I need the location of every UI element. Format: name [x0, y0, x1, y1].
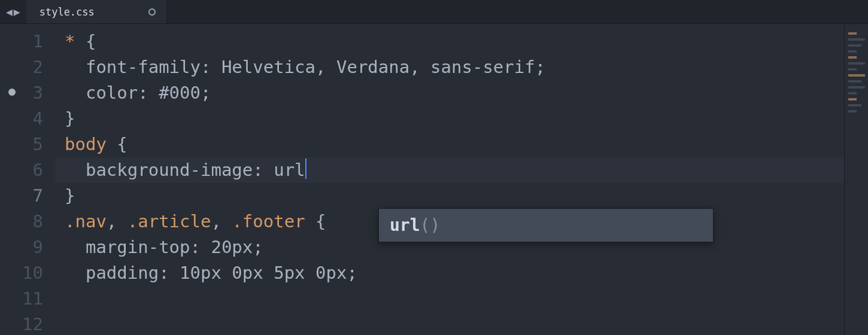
tab-bar: ◀ ▶ style.css	[0, 0, 868, 24]
code-line[interactable]: body {	[55, 132, 844, 157]
minimap-line	[848, 104, 861, 106]
code-token: font-family	[65, 57, 201, 77]
minimap-line	[848, 98, 857, 100]
gutter: 123456789101112	[0, 24, 55, 335]
minimap-line	[848, 110, 857, 112]
code-line[interactable]: font-family: Helvetica, Verdana, sans-se…	[55, 54, 844, 80]
code-token: ;	[535, 57, 545, 77]
minimap[interactable]	[844, 24, 868, 335]
line-number[interactable]: 11	[0, 286, 55, 312]
code-token: ;	[201, 83, 211, 103]
minimap-line	[848, 44, 861, 47]
code-line[interactable]: * {	[55, 29, 844, 54]
code-token: 10px 0px 5px 0px	[180, 263, 347, 283]
line-number[interactable]: 6	[0, 157, 55, 183]
code-token: :	[159, 263, 180, 283]
tab-stylecss[interactable]: style.css	[26, 0, 167, 23]
code-line[interactable]: background-image: url	[55, 157, 844, 183]
line-number[interactable]: 9	[0, 234, 55, 260]
code-token: margin-top	[65, 237, 190, 257]
line-number[interactable]: 8	[0, 209, 55, 234]
code-token: url	[274, 160, 305, 180]
autocomplete-item[interactable]: url()	[379, 209, 713, 242]
line-number[interactable]: 5	[0, 132, 55, 157]
text-cursor	[305, 159, 306, 179]
code-token: :	[138, 83, 159, 103]
code-token: 20px	[211, 237, 253, 257]
minimap-line	[848, 56, 857, 59]
code-token: #000	[159, 83, 201, 103]
code-token: *	[65, 31, 86, 51]
line-number[interactable]: 1	[0, 29, 55, 54]
minimap-line	[848, 32, 857, 35]
code-token: body	[65, 134, 117, 154]
tab-filename: style.css	[40, 6, 95, 18]
autocomplete-label: url	[390, 215, 420, 235]
code-line[interactable]: color: #000;	[55, 80, 844, 106]
editor-area: 123456789101112 * { font-family: Helveti…	[0, 24, 868, 335]
code-token: :	[201, 57, 221, 77]
minimap-line	[848, 50, 857, 53]
code-line[interactable]: padding: 10px 0px 5px 0px;	[55, 260, 844, 286]
minimap-line	[848, 68, 857, 71]
code-token: .nav	[65, 211, 107, 232]
line-number[interactable]: 7	[0, 183, 55, 209]
nav-arrows: ◀ ▶	[0, 5, 26, 18]
code-token: ;	[253, 237, 263, 257]
code-token: :	[190, 237, 211, 257]
code-token: :	[253, 160, 274, 180]
minimap-line	[848, 92, 857, 95]
code-token: background-image	[65, 160, 253, 180]
nav-back-icon[interactable]: ◀	[6, 5, 13, 18]
code-token: {	[315, 211, 326, 232]
code-token: }	[65, 185, 75, 206]
code-line[interactable]: }	[55, 183, 844, 209]
code-token: .article	[128, 211, 211, 232]
code-token: ,	[211, 211, 232, 232]
line-number[interactable]: 12	[0, 312, 55, 335]
line-number[interactable]: 2	[0, 54, 55, 80]
code-token: color	[65, 83, 138, 103]
line-number[interactable]: 4	[0, 106, 55, 132]
minimap-line	[848, 86, 865, 89]
code-token: {	[117, 134, 127, 154]
minimap-line	[848, 62, 865, 65]
autocomplete-popup[interactable]: url()	[378, 208, 714, 242]
minimap-line	[848, 38, 865, 41]
code-token: padding	[65, 263, 159, 283]
code-line[interactable]: }	[55, 106, 844, 132]
code-token: Helvetica, Verdana, sans-serif	[221, 57, 535, 77]
minimap-line	[848, 74, 865, 77]
line-number[interactable]: 10	[0, 260, 55, 286]
nav-forward-icon[interactable]: ▶	[14, 5, 20, 18]
code-token: {	[86, 31, 96, 51]
autocomplete-paren: ()	[420, 215, 441, 235]
code-token: ;	[347, 263, 357, 283]
tab-modified-indicator-icon[interactable]	[148, 8, 156, 16]
minimap-line	[848, 80, 861, 83]
code-token: .footer	[232, 211, 315, 232]
code-token: }	[65, 108, 75, 129]
code-area[interactable]: * { font-family: Helvetica, Verdana, san…	[55, 24, 844, 335]
code-token: ,	[107, 211, 128, 232]
line-modified-dot-icon	[8, 89, 16, 96]
